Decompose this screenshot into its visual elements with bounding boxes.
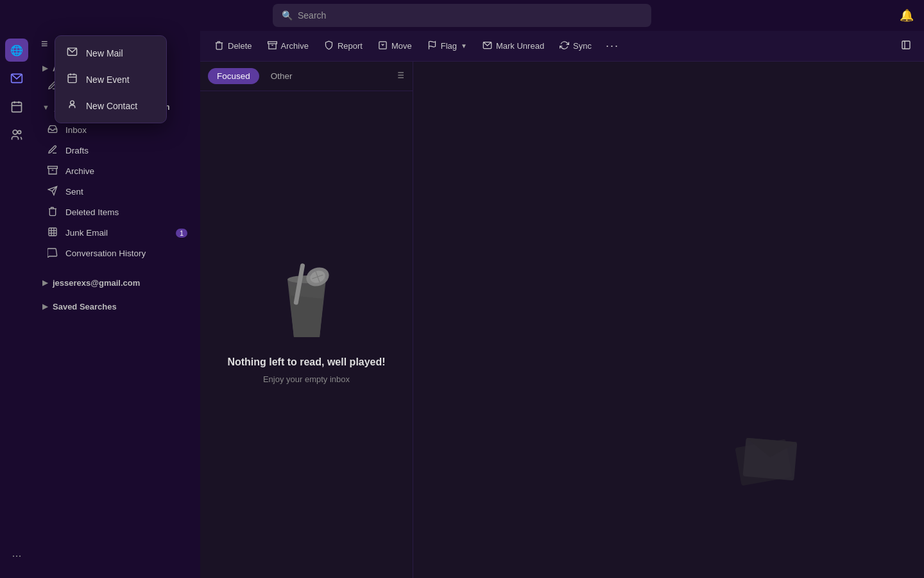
- collapse-panel-icon: [901, 40, 911, 52]
- report-label: Report: [338, 41, 363, 51]
- saved-searches-chevron: ▶: [42, 302, 47, 311]
- tab-other[interactable]: Other: [262, 68, 302, 84]
- rail-icon-globe[interactable]: 🌐: [5, 39, 28, 62]
- search-icon: 🔍: [282, 10, 293, 21]
- sync-label: Sync: [573, 41, 592, 51]
- flag-button[interactable]: Flag ▼: [421, 37, 474, 56]
- sidebar-item-sent[interactable]: Sent: [37, 182, 196, 202]
- archive-label: Archive: [65, 166, 94, 176]
- dropdown-item-new-mail[interactable]: New Mail: [55, 40, 166, 66]
- preview-panel: [413, 62, 924, 578]
- saved-searches-label: Saved Searches: [53, 302, 117, 311]
- flag-chevron[interactable]: ▼: [461, 42, 467, 49]
- drink-illustration: [271, 260, 342, 350]
- report-icon: [324, 40, 334, 52]
- main-layout: 🌐 ··· ≡: [0, 31, 924, 578]
- svg-point-21: [70, 101, 74, 105]
- drafts-label: Drafts: [65, 146, 89, 155]
- search-placeholder: Search: [298, 10, 326, 21]
- rail-more-icon[interactable]: ···: [12, 549, 21, 570]
- move-icon: [378, 40, 388, 52]
- conv-history-label: Conversation History: [65, 249, 146, 258]
- archive-tb-icon: [268, 40, 277, 52]
- tab-focused[interactable]: Focused: [208, 68, 259, 84]
- dropdown-item-new-event[interactable]: New Event: [55, 66, 166, 92]
- mark-unread-button[interactable]: Mark Unread: [476, 37, 551, 56]
- junk-label: Junk Email: [65, 228, 108, 238]
- empty-inbox: Nothing left to read, well played! Enjoy…: [200, 91, 413, 578]
- move-button[interactable]: Move: [372, 37, 418, 56]
- envelope-illustration: [732, 430, 809, 495]
- rail-icon-mail[interactable]: [5, 67, 28, 90]
- mark-unread-label: Mark Unread: [496, 41, 544, 51]
- email-list-panel: Focused Other: [200, 62, 413, 578]
- sidebar-item-deleted[interactable]: Deleted Items: [37, 202, 196, 222]
- all-accounts-chevron: ▶: [42, 64, 47, 73]
- sidebar-item-junk[interactable]: Junk Email 1: [37, 223, 196, 243]
- deleted-icon: [46, 206, 59, 218]
- rail-icon-people[interactable]: [5, 123, 28, 146]
- sent-label: Sent: [65, 187, 83, 197]
- dropdown-overlay: New Mail New Event: [55, 35, 167, 123]
- svg-rect-27: [902, 41, 910, 49]
- sidebar-item-drafts[interactable]: Drafts: [37, 141, 196, 161]
- notification-icon[interactable]: 🔔: [900, 8, 914, 22]
- archive-icon: [46, 165, 59, 177]
- empty-title: Nothing left to read, well played!: [227, 356, 385, 368]
- flag-icon: [427, 40, 437, 52]
- empty-subtitle: Enjoy your empty inbox: [263, 374, 350, 384]
- email-list-tabs: Focused Other: [200, 62, 413, 91]
- new-event-icon: [65, 73, 78, 86]
- inbox-label: Inbox: [65, 125, 87, 135]
- search-bar[interactable]: 🔍 Search: [273, 4, 651, 27]
- inbox-icon: [46, 124, 59, 136]
- sidebar-item-conv-history[interactable]: Conversation History: [37, 243, 196, 263]
- svg-rect-7: [48, 166, 58, 168]
- sent-icon: [46, 186, 59, 198]
- sidebar-item-archive[interactable]: Archive: [37, 161, 196, 181]
- delete-label: Delete: [228, 41, 252, 51]
- hamburger-icon[interactable]: ≡: [41, 37, 48, 51]
- move-label: Move: [391, 41, 412, 51]
- icon-rail: 🌐 ···: [0, 31, 33, 578]
- sync-icon: [560, 40, 569, 52]
- svg-rect-17: [68, 74, 76, 83]
- filter-icon[interactable]: [395, 70, 405, 83]
- rail-icon-calendar[interactable]: [5, 95, 28, 118]
- new-contact-label: New Contact: [86, 101, 137, 111]
- content-area: Focused Other: [200, 62, 924, 578]
- junk-badge: 1: [176, 229, 187, 238]
- svg-point-6: [18, 130, 21, 134]
- account2-header[interactable]: ▶ jesserexs@gmail.com: [33, 272, 200, 290]
- dropdown-item-new-contact[interactable]: New Contact: [55, 92, 166, 119]
- svg-rect-11: [49, 228, 56, 236]
- junk-icon: [46, 227, 59, 239]
- topbar-right: 🔔: [900, 8, 914, 22]
- account1-chevron: ▼: [42, 103, 49, 111]
- new-contact-icon: [65, 99, 78, 112]
- report-button[interactable]: Report: [318, 37, 369, 56]
- svg-rect-1: [12, 102, 22, 112]
- more-options-icon: ···: [606, 39, 619, 53]
- collapse-panel-button[interactable]: [896, 36, 916, 56]
- topbar: 🔍 Search 🔔: [0, 0, 924, 31]
- archive-label: Archive: [281, 41, 309, 51]
- saved-searches-section[interactable]: ▶ Saved Searches: [33, 295, 200, 314]
- svg-point-5: [13, 130, 17, 135]
- sync-button[interactable]: Sync: [553, 37, 598, 56]
- dropdown-menu: New Mail New Event: [55, 35, 167, 123]
- toolbar: Delete Archive Report: [200, 31, 924, 62]
- flag-label: Flag: [441, 41, 457, 51]
- toolbar-right: [896, 36, 916, 56]
- delete-button[interactable]: Delete: [208, 37, 259, 56]
- archive-button[interactable]: Archive: [261, 37, 315, 56]
- account1-folders: Inbox Drafts: [33, 117, 200, 267]
- svg-rect-22: [268, 41, 277, 43]
- more-options-button[interactable]: ···: [601, 35, 624, 57]
- new-mail-icon: [65, 46, 78, 60]
- delete-icon: [214, 40, 224, 52]
- drafts-icon: [46, 144, 59, 157]
- new-event-label: New Event: [86, 74, 130, 85]
- new-mail-label: New Mail: [86, 48, 123, 58]
- mark-unread-icon: [483, 40, 492, 52]
